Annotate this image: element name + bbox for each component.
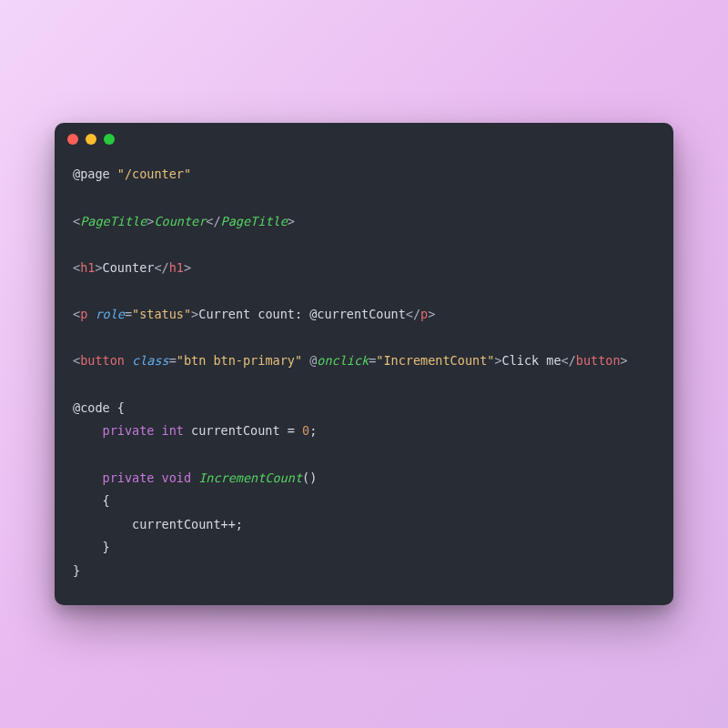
indent bbox=[73, 470, 103, 485]
angle-bracket: < bbox=[73, 214, 80, 228]
angle-bracket: </ bbox=[154, 260, 168, 275]
equals: = bbox=[169, 353, 177, 368]
equals: = bbox=[125, 307, 132, 321]
parens: () bbox=[302, 470, 317, 485]
window-titlebar bbox=[55, 123, 673, 156]
html-attr: class bbox=[132, 353, 169, 368]
angle-bracket: > bbox=[95, 260, 102, 275]
angle-bracket: </ bbox=[206, 214, 220, 228]
angle-bracket: > bbox=[428, 307, 435, 321]
component-tag: PageTitle bbox=[221, 214, 288, 228]
html-tag: h1 bbox=[80, 260, 95, 275]
close-icon[interactable] bbox=[67, 134, 78, 145]
code-block-open: @code { bbox=[73, 400, 125, 415]
page-route-string: "/counter" bbox=[117, 167, 191, 181]
component-tag: PageTitle bbox=[80, 214, 147, 228]
angle-bracket: < bbox=[73, 307, 80, 321]
code-window: @page "/counter" <PageTitle>Counter</Pag… bbox=[55, 123, 673, 605]
attr-value: "btn btn-primary" bbox=[177, 353, 302, 368]
keyword: private bbox=[103, 470, 155, 485]
event-attr: onclick bbox=[317, 353, 369, 368]
component-text: Counter bbox=[154, 214, 206, 228]
brace-close: } bbox=[73, 540, 110, 554]
method-name: IncrementCount bbox=[198, 470, 302, 485]
html-tag: h1 bbox=[169, 260, 184, 275]
angle-bracket: < bbox=[73, 353, 80, 368]
html-text: Current count: @currentCount bbox=[198, 307, 406, 321]
keyword: void bbox=[162, 470, 192, 485]
angle-bracket: < bbox=[73, 260, 80, 275]
keyword: int bbox=[162, 423, 184, 438]
brace-open: { bbox=[73, 493, 110, 508]
code-editor[interactable]: @page "/counter" <PageTitle>Counter</Pag… bbox=[55, 156, 673, 605]
attr-value: "status" bbox=[132, 307, 191, 321]
html-tag: p bbox=[80, 307, 87, 321]
attr-value: "IncrementCount" bbox=[376, 353, 494, 368]
code-text: currentCount = bbox=[184, 423, 302, 438]
html-tag: p bbox=[420, 307, 428, 321]
razor-directive: @page bbox=[73, 167, 110, 181]
html-text: Click me bbox=[502, 353, 561, 368]
angle-bracket: </ bbox=[406, 307, 420, 321]
html-attr: role bbox=[95, 307, 125, 321]
code-block-close: } bbox=[73, 563, 80, 578]
keyword: private bbox=[103, 423, 155, 438]
angle-bracket: </ bbox=[561, 353, 576, 368]
html-tag: button bbox=[80, 353, 125, 368]
number-literal: 0 bbox=[302, 423, 309, 438]
minimize-icon[interactable] bbox=[86, 134, 96, 145]
html-text: Counter bbox=[103, 260, 155, 275]
angle-bracket: > bbox=[621, 353, 628, 368]
zoom-icon[interactable] bbox=[104, 134, 115, 145]
semicolon: ; bbox=[309, 423, 317, 438]
code-statement: currentCount++; bbox=[73, 517, 243, 531]
angle-bracket: > bbox=[184, 260, 191, 275]
html-tag: button bbox=[576, 353, 621, 368]
angle-bracket: > bbox=[494, 353, 501, 368]
angle-bracket: > bbox=[288, 214, 295, 228]
indent bbox=[73, 423, 103, 438]
